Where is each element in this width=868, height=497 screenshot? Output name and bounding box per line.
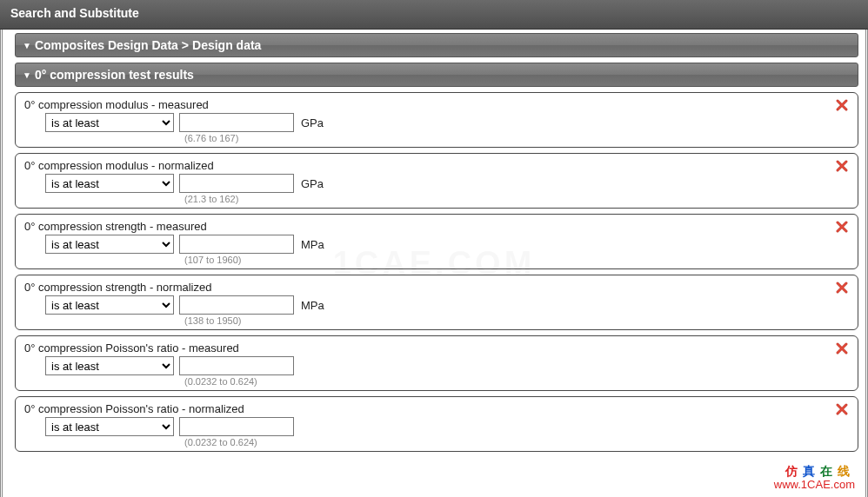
- param-box: 0° compression modulus - normalizedis at…: [15, 153, 858, 209]
- operator-select[interactable]: is at leastis at mostequalsis between: [45, 295, 174, 315]
- delete-icon[interactable]: [835, 341, 851, 357]
- param-label: 0° compression Poisson's ratio - normali…: [24, 402, 849, 415]
- value-input[interactable]: [179, 113, 294, 132]
- param-row: is at leastis at mostequalsis between: [24, 417, 849, 436]
- content-area: ▼ Composites Design Data > Design data ▼…: [0, 30, 868, 497]
- param-box: 0° compression Poisson's ratio - normali…: [15, 396, 858, 452]
- value-input[interactable]: [179, 295, 294, 315]
- watermark-cn: 仿真在线: [774, 464, 855, 479]
- param-box: 0° compression Poisson's ratio - measure…: [15, 335, 858, 391]
- window-title: Search and Substitute: [10, 6, 139, 20]
- watermark-corner: 仿真在线 www.1CAE.com: [774, 464, 855, 492]
- param-label: 0° compression strength - measured: [24, 220, 849, 233]
- window-titlebar: Search and Substitute: [0, 0, 868, 30]
- collapse-triangle-icon: ▼: [23, 41, 31, 50]
- param-label: 0° compression modulus - normalized: [24, 159, 849, 172]
- breadcrumb-header[interactable]: ▼ Composites Design Data > Design data: [15, 33, 858, 57]
- delete-icon[interactable]: [835, 402, 851, 418]
- delete-icon[interactable]: [835, 159, 851, 175]
- watermark-url: www.1CAE.com: [774, 478, 855, 492]
- param-row: is at leastis at mostequalsis betweenGPa: [24, 174, 849, 193]
- section-title: 0° compression test results: [35, 68, 194, 82]
- param-box: 0° compression strength - measuredis at …: [15, 214, 858, 269]
- operator-select[interactable]: is at leastis at mostequalsis between: [45, 356, 174, 375]
- unit-label: MPa: [301, 238, 324, 251]
- range-hint: (6.76 to 167): [184, 133, 849, 143]
- operator-select[interactable]: is at leastis at mostequalsis between: [45, 174, 174, 193]
- param-row: is at leastis at mostequalsis betweenMPa: [24, 235, 849, 254]
- delete-icon[interactable]: [835, 98, 851, 114]
- unit-label: MPa: [301, 299, 324, 312]
- value-input[interactable]: [179, 235, 294, 254]
- param-label: 0° compression strength - normalized: [24, 281, 849, 294]
- param-box: 0° compression modulus - measuredis at l…: [15, 92, 858, 148]
- operator-select[interactable]: is at leastis at mostequalsis between: [45, 113, 174, 132]
- breadcrumb-leaf: Design data: [192, 38, 261, 52]
- range-hint: (107 to 1960): [184, 255, 849, 265]
- value-input[interactable]: [179, 174, 294, 193]
- param-row: is at leastis at mostequalsis between: [24, 356, 849, 375]
- delete-icon[interactable]: [835, 281, 851, 296]
- param-row: is at leastis at mostequalsis betweenGPa: [24, 113, 849, 132]
- range-hint: (0.0232 to 0.624): [184, 376, 849, 387]
- range-hint: (21.3 to 162): [184, 194, 849, 204]
- param-row: is at leastis at mostequalsis betweenMPa: [24, 295, 849, 315]
- value-input[interactable]: [179, 417, 294, 436]
- range-hint: (0.0232 to 0.624): [184, 437, 849, 447]
- breadcrumb-separator: >: [182, 38, 189, 52]
- range-hint: (138 to 1950): [184, 315, 849, 326]
- unit-label: GPa: [301, 177, 324, 190]
- unit-label: GPa: [301, 116, 324, 129]
- section-header[interactable]: ▼ 0° compression test results: [15, 63, 858, 87]
- param-label: 0° compression modulus - measured: [24, 98, 849, 111]
- operator-select[interactable]: is at leastis at mostequalsis between: [45, 235, 174, 254]
- value-input[interactable]: [179, 356, 294, 375]
- collapse-triangle-icon: ▼: [23, 70, 31, 80]
- operator-select[interactable]: is at leastis at mostequalsis between: [45, 417, 174, 436]
- delete-icon[interactable]: [835, 220, 851, 235]
- param-box: 0° compression strength - normalizedis a…: [15, 275, 858, 330]
- breadcrumb-root: Composites Design Data: [35, 38, 178, 52]
- param-label: 0° compression Poisson's ratio - measure…: [24, 341, 849, 355]
